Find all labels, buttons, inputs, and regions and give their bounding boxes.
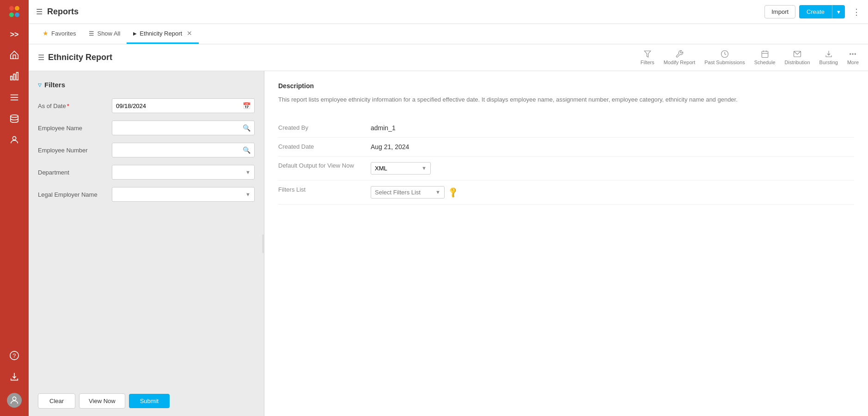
- required-star: *: [67, 102, 69, 109]
- filters-panel: ▿ Filters As of Date* 📅 Employee Name: [29, 71, 264, 416]
- sidebar-item-home[interactable]: [0, 45, 29, 65]
- chevron-right-icon: >>: [10, 30, 19, 39]
- key-icon[interactable]: 🔑: [446, 186, 459, 199]
- report-title-area: ☰ Ethnicity Report: [38, 53, 112, 62]
- tab-ethnicity-report[interactable]: ▶ Ethnicity Report ✕: [127, 24, 199, 44]
- list-icon-tab: ☰: [89, 30, 94, 37]
- svg-text:?: ?: [12, 352, 16, 359]
- filter-row-employee-name: Employee Name 🔍: [38, 121, 255, 135]
- svg-rect-4: [11, 76, 12, 80]
- filter-label-legal-employer: Legal Employer Name: [38, 191, 107, 198]
- as-of-date-input[interactable]: [116, 102, 243, 109]
- sidebar-item-database[interactable]: [0, 109, 29, 128]
- sidebar-item-analytics[interactable]: [0, 66, 29, 86]
- toolbar-more[interactable]: More: [847, 50, 859, 65]
- filter-row-employee-number: Employee Number 🔍: [38, 143, 255, 157]
- filter-row-as-of-date: As of Date* 📅: [38, 98, 255, 113]
- report-title: Ethnicity Report: [48, 53, 112, 62]
- database-icon: [9, 114, 19, 124]
- avatar: [7, 393, 22, 408]
- toolbar-modify-report[interactable]: Modify Report: [664, 50, 695, 65]
- created-date-value: Aug 21, 2024: [371, 143, 409, 151]
- header-actions: Import Create ▼ ⋮: [764, 5, 861, 18]
- filter-label-as-of-date: As of Date*: [38, 102, 107, 109]
- legal-employer-select[interactable]: [116, 191, 245, 198]
- toolbar-bursting-label: Bursting: [819, 60, 838, 65]
- content-area: ☰ Ethnicity Report Filters Modify Report…: [29, 44, 868, 416]
- svg-rect-5: [13, 74, 15, 80]
- svg-point-22: [850, 54, 851, 54]
- filter-icon: [643, 50, 652, 58]
- toolbar-filters[interactable]: Filters: [641, 50, 654, 65]
- sidebar-item-help[interactable]: ?: [0, 346, 29, 365]
- svg-point-24: [855, 54, 856, 54]
- toolbar-distribution-label: Distribution: [785, 60, 810, 65]
- collapse-panel-handle[interactable]: ◄: [262, 235, 264, 253]
- toolbar-more-label: More: [847, 60, 859, 65]
- employee-number-input[interactable]: [116, 147, 243, 154]
- search-icon-employee[interactable]: 🔍: [243, 124, 251, 132]
- svg-point-23: [852, 54, 853, 54]
- department-select[interactable]: [116, 169, 245, 176]
- view-now-button[interactable]: View Now: [79, 393, 125, 409]
- page-title: Reports: [47, 7, 764, 17]
- download-icon: [825, 50, 833, 58]
- create-button[interactable]: Create: [799, 5, 832, 18]
- legal-employer-arrow-icon: ▼: [245, 192, 251, 197]
- filters-list-select[interactable]: Select Filters List: [375, 189, 435, 196]
- sidebar-item-avatar[interactable]: [0, 388, 29, 412]
- filter-legal-employer-wrap: ▼: [112, 187, 255, 202]
- filters-panel-title: Filters: [44, 81, 65, 89]
- toolbar-schedule[interactable]: Schedule: [754, 50, 776, 65]
- submit-button[interactable]: Submit: [129, 394, 170, 408]
- hamburger-icon[interactable]: ☰: [36, 7, 43, 16]
- svg-point-2: [9, 12, 14, 17]
- filters-header: ▿ Filters: [38, 80, 255, 89]
- header-more-button[interactable]: ⋮: [852, 7, 861, 17]
- tab-show-all[interactable]: ☰ Show All: [82, 24, 127, 44]
- tabs-bar: ★ Favorites ☰ Show All ▶ Ethnicity Repor…: [29, 24, 868, 44]
- svg-rect-17: [762, 51, 768, 58]
- svg-point-11: [12, 137, 16, 140]
- svg-point-0: [9, 6, 14, 11]
- toolbar-past-submissions[interactable]: Past Submissions: [704, 50, 745, 65]
- question-icon: ?: [9, 350, 19, 361]
- import-button[interactable]: Import: [764, 5, 795, 18]
- toolbar-modify-label: Modify Report: [664, 60, 695, 65]
- filter-label-employee-name: Employee Name: [38, 125, 107, 132]
- sidebar-nav: >>: [0, 26, 29, 150]
- bar-chart-icon: [9, 71, 19, 81]
- sidebar-item-export[interactable]: [0, 367, 29, 386]
- filter-department-wrap: ▼: [112, 165, 255, 180]
- tab-favorites[interactable]: ★ Favorites: [36, 24, 82, 44]
- sidebar-item-list[interactable]: [0, 88, 29, 107]
- svg-point-14: [12, 397, 16, 400]
- toolbar-filters-label: Filters: [641, 60, 654, 65]
- svg-point-1: [15, 6, 19, 11]
- sidebar-item-person[interactable]: [0, 130, 29, 150]
- export-icon: [9, 372, 19, 382]
- collapse-arrow-icon: ◄: [263, 241, 264, 246]
- clear-button[interactable]: Clear: [38, 393, 75, 409]
- description-heading: Description: [278, 82, 854, 90]
- sidebar-bottom: ?: [0, 346, 29, 412]
- meta-section: Created By admin_1 Created Date Aug 21, …: [278, 119, 854, 205]
- toolbar-distribution[interactable]: Distribution: [785, 50, 810, 65]
- tab-favorites-label: Favorites: [51, 30, 76, 37]
- sidebar-item-expand[interactable]: >>: [0, 26, 29, 43]
- search-icon-employee-number[interactable]: 🔍: [243, 146, 251, 154]
- default-output-select[interactable]: XML PDF Excel CSV: [375, 165, 422, 172]
- employee-name-input[interactable]: [116, 125, 243, 132]
- filter-row-legal-employer: Legal Employer Name ▼: [38, 187, 255, 202]
- home-icon: [9, 50, 19, 60]
- filter-label-employee-number: Employee Number: [38, 147, 107, 154]
- filters-list-wrap: Select Filters List ▼ 🔑: [371, 186, 458, 199]
- create-dropdown-button[interactable]: ▼: [832, 5, 845, 18]
- app-logo[interactable]: [6, 4, 23, 20]
- toolbar-bursting[interactable]: Bursting: [819, 50, 838, 65]
- calendar-picker-icon[interactable]: 📅: [243, 102, 251, 109]
- created-date-row: Created Date Aug 21, 2024: [278, 138, 854, 157]
- clock-icon: [721, 50, 729, 58]
- play-icon: ▶: [133, 31, 137, 36]
- tab-close-icon[interactable]: ✕: [187, 30, 192, 37]
